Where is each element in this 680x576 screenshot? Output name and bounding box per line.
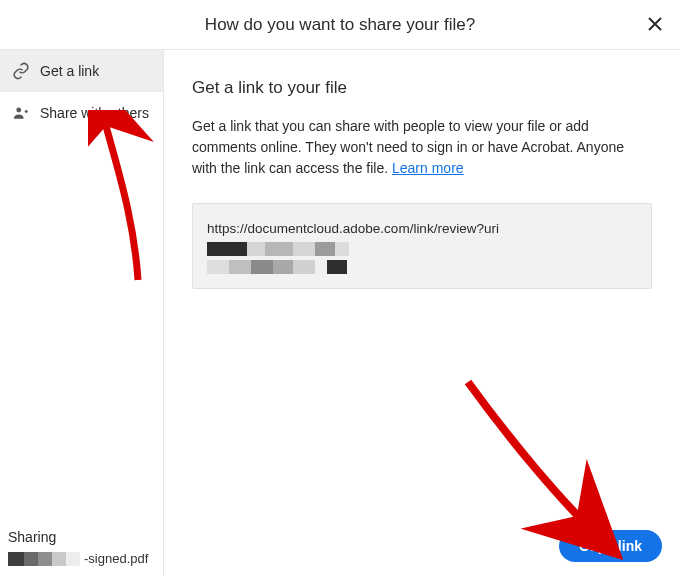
panel-title: Get a link to your file (192, 78, 652, 98)
sharing-file-row: -signed.pdf (8, 551, 155, 566)
close-icon (647, 16, 663, 35)
sidebar-footer: Sharing -signed.pdf (0, 519, 163, 576)
sidebar: Get a link Share with others Sharing (0, 50, 164, 576)
sidebar-item-share-others[interactable]: Share with others (0, 92, 163, 134)
sidebar-items: Get a link Share with others (0, 50, 163, 134)
dialog-body: Get a link Share with others Sharing (0, 50, 680, 576)
copy-link-button[interactable]: Copy link (559, 530, 662, 562)
learn-more-link[interactable]: Learn more (392, 160, 464, 176)
panel-description: Get a link that you can share with peopl… (192, 116, 642, 179)
redacted-url-part-2 (207, 260, 347, 274)
main-panel: Get a link to your file Get a link that … (164, 50, 680, 576)
filename-suffix: -signed.pdf (84, 551, 148, 566)
redacted-filename (8, 552, 80, 566)
close-button[interactable] (644, 14, 666, 36)
dialog-header: How do you want to share your file? (0, 0, 680, 50)
share-link-box[interactable]: https://documentcloud.adobe.com/link/rev… (192, 203, 652, 289)
redacted-url-part-1 (207, 242, 349, 256)
svg-point-0 (16, 108, 21, 113)
link-icon (12, 62, 30, 80)
dialog-title: How do you want to share your file? (205, 15, 475, 35)
sidebar-item-label: Share with others (40, 105, 149, 121)
person-add-icon (12, 104, 30, 122)
link-url-text: https://documentcloud.adobe.com/link/rev… (207, 218, 499, 240)
sidebar-item-label: Get a link (40, 63, 99, 79)
sidebar-item-get-link[interactable]: Get a link (0, 50, 163, 92)
sharing-label: Sharing (8, 529, 155, 545)
